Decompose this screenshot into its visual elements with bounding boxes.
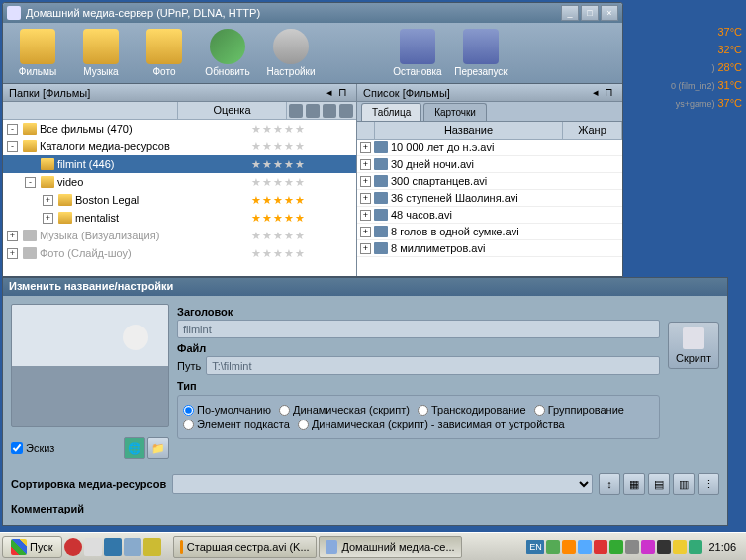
hdr-icon-3[interactable] bbox=[323, 104, 336, 118]
list-expander[interactable]: + bbox=[360, 142, 371, 153]
sort-select[interactable] bbox=[172, 474, 593, 494]
pin2-icon[interactable]: ⊓ bbox=[338, 86, 347, 99]
minimize-button[interactable]: _ bbox=[561, 5, 579, 21]
toolbar-stop[interactable]: Остановка bbox=[387, 25, 448, 81]
sort-btn-1[interactable]: ↕ bbox=[599, 473, 620, 495]
pin2-icon[interactable]: ⊓ bbox=[605, 86, 613, 99]
hdr-icon-1[interactable] bbox=[289, 104, 303, 118]
list-expander[interactable]: + bbox=[360, 243, 371, 254]
tree-expander[interactable]: - bbox=[25, 177, 36, 188]
tray-icon[interactable] bbox=[562, 540, 576, 554]
list-row[interactable]: +48 часов.avi bbox=[357, 207, 622, 224]
script-button[interactable]: Скрипт bbox=[668, 322, 719, 369]
tree-row[interactable]: +mentalist★★★★★ bbox=[3, 209, 356, 227]
task-item[interactable]: Домашний медиа-се... bbox=[319, 536, 462, 558]
tray-icon[interactable] bbox=[625, 540, 639, 554]
quicklaunch-app4-icon[interactable] bbox=[143, 538, 161, 556]
list-row[interactable]: +30 дней ночи.avi bbox=[357, 156, 622, 173]
tree-expander[interactable]: + bbox=[43, 195, 53, 206]
tray-icon[interactable] bbox=[546, 540, 560, 554]
tree-row[interactable]: filmint (446)★★★★★ bbox=[3, 155, 356, 173]
sort-btn-3[interactable]: ▤ bbox=[648, 473, 670, 495]
hdr-icon-4[interactable] bbox=[339, 104, 353, 118]
tray-icon[interactable] bbox=[673, 540, 687, 554]
tray-icon[interactable] bbox=[641, 540, 655, 554]
tray-icon[interactable] bbox=[657, 540, 671, 554]
list-expander[interactable]: + bbox=[360, 159, 371, 170]
language-indicator[interactable]: EN bbox=[526, 540, 544, 554]
tree-row[interactable]: +Музыка (Визуализация)★★★★★ bbox=[3, 227, 356, 244]
rating-stars[interactable]: ★★★★★ bbox=[247, 230, 356, 242]
list-expander[interactable]: + bbox=[360, 193, 371, 204]
path-input[interactable] bbox=[206, 356, 660, 375]
pin-icon[interactable]: ◂ bbox=[593, 86, 599, 99]
quicklaunch-opera-icon[interactable] bbox=[64, 538, 82, 556]
rating-stars[interactable]: ★★★★★ bbox=[247, 158, 356, 171]
column-genre[interactable]: Жанр bbox=[563, 122, 622, 139]
list-row[interactable]: +300 спартанцев.avi bbox=[357, 173, 622, 190]
tree-row[interactable]: -video★★★★★ bbox=[3, 173, 356, 191]
type-radio[interactable]: Динамическая (скрипт) - зависимая от уст… bbox=[298, 419, 565, 430]
pin-icon[interactable]: ◂ bbox=[326, 86, 332, 99]
list-row[interactable]: +10 000 лет до н.э.avi bbox=[357, 140, 622, 156]
quicklaunch-app-icon[interactable] bbox=[84, 538, 102, 556]
rating-stars[interactable]: ★★★★★ bbox=[247, 194, 356, 207]
tray-icon[interactable] bbox=[689, 540, 702, 554]
quicklaunch-app2-icon[interactable] bbox=[104, 538, 122, 556]
start-button[interactable]: Пуск bbox=[2, 536, 62, 558]
tree-expander[interactable]: + bbox=[43, 213, 53, 224]
sort-btn-5[interactable]: ⋮ bbox=[698, 473, 719, 495]
rating-column[interactable]: Оценка bbox=[178, 102, 287, 119]
list-expander[interactable]: + bbox=[360, 210, 371, 221]
rating-stars[interactable]: ★★★★★ bbox=[247, 212, 356, 225]
tree-expander[interactable]: + bbox=[7, 248, 18, 259]
rating-stars[interactable]: ★★★★★ bbox=[247, 176, 356, 189]
toolbar-settings[interactable]: Настройки bbox=[260, 25, 322, 81]
list-row[interactable]: +36 ступеней Шаолиня.avi bbox=[357, 190, 622, 207]
quicklaunch-app3-icon[interactable] bbox=[124, 538, 141, 556]
tree-expander[interactable]: - bbox=[7, 141, 18, 152]
list-row[interactable]: +8 голов в одной сумке.avi bbox=[357, 224, 622, 240]
tray-icon[interactable] bbox=[594, 540, 607, 554]
tab-table[interactable]: Таблица bbox=[361, 103, 421, 121]
tree-expander[interactable]: - bbox=[7, 124, 18, 135]
toolbar-refresh[interactable]: Обновить bbox=[197, 25, 258, 81]
tree-expander[interactable]: + bbox=[7, 231, 18, 241]
rating-stars[interactable]: ★★★★★ bbox=[247, 247, 356, 260]
close-button[interactable]: × bbox=[601, 5, 618, 21]
tree-row[interactable]: +Boston Legal★★★★★ bbox=[3, 191, 356, 209]
tab-cards[interactable]: Карточки bbox=[423, 103, 487, 121]
toolbar-films[interactable]: Фильмы bbox=[7, 25, 68, 81]
clock[interactable]: 21:06 bbox=[704, 541, 740, 553]
column-name[interactable]: Название bbox=[375, 122, 563, 139]
hdr-icon-2[interactable] bbox=[306, 104, 320, 118]
toolbar-photo[interactable]: Фото bbox=[134, 25, 195, 81]
tree-row[interactable]: +Фото (Слайд-шоу)★★★★★ bbox=[3, 244, 356, 262]
list-expander[interactable]: + bbox=[360, 176, 371, 187]
folder-tree[interactable]: -Все фильмы (470)★★★★★-Каталоги медиа-ре… bbox=[3, 120, 356, 276]
thumbnail-checkbox[interactable]: Эскиз bbox=[11, 442, 54, 454]
task-item[interactable]: Старшая сестра.avi (K... bbox=[173, 536, 317, 558]
type-radio[interactable]: По-умолчанию bbox=[183, 404, 271, 416]
toolbar-restart[interactable]: Перезапуск bbox=[450, 25, 512, 81]
type-radio[interactable]: Группирование bbox=[534, 404, 624, 416]
type-radio[interactable]: Элемент подкаста bbox=[183, 419, 290, 430]
sort-btn-2[interactable]: ▦ bbox=[623, 473, 645, 495]
maximize-button[interactable]: □ bbox=[581, 5, 599, 21]
rating-stars[interactable]: ★★★★★ bbox=[247, 140, 356, 153]
list-expander[interactable]: + bbox=[360, 227, 371, 237]
header-input[interactable] bbox=[177, 320, 660, 338]
tray-icon[interactable] bbox=[578, 540, 592, 554]
file-list[interactable]: +10 000 лет до н.э.avi+30 дней ночи.avi+… bbox=[357, 140, 622, 276]
tree-row[interactable]: -Каталоги медиа-ресурсов★★★★★ bbox=[3, 138, 356, 155]
titlebar[interactable]: Домашний медиа-сервер (UPnP, DLNA, HTTP)… bbox=[3, 3, 622, 23]
sort-btn-4[interactable]: ▥ bbox=[673, 473, 695, 495]
type-radio[interactable]: Транскодирование bbox=[418, 404, 526, 416]
rating-stars[interactable]: ★★★★★ bbox=[247, 123, 356, 136]
tree-row[interactable]: -Все фильмы (470)★★★★★ bbox=[3, 120, 356, 138]
tray-icon[interactable] bbox=[609, 540, 623, 554]
toolbar-music[interactable]: Музыка bbox=[70, 25, 132, 81]
list-row[interactable]: +8 миллиметров.avi bbox=[357, 240, 622, 257]
type-radio[interactable]: Динамическая (скрипт) bbox=[279, 404, 410, 416]
thumb-open-button[interactable]: 📁 bbox=[147, 437, 169, 459]
